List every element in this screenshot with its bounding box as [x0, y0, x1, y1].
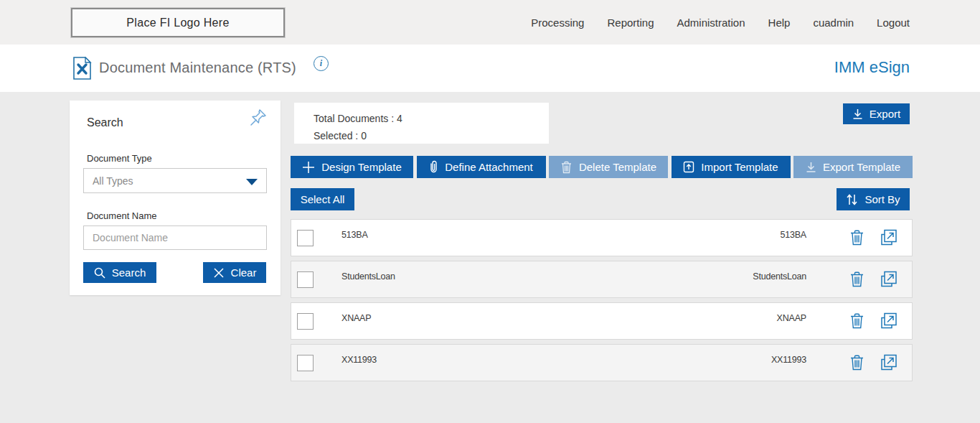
table-row: StudentsLoan StudentsLoan	[291, 261, 913, 298]
document-list: 513BA 513BA StudentsLoan	[291, 219, 913, 386]
delete-row-icon[interactable]	[849, 355, 864, 371]
external-link-icon	[880, 354, 897, 372]
trash-icon	[849, 355, 864, 371]
selected-count-text: Selected : 0	[314, 127, 549, 144]
document-name-label: Document Name	[87, 210, 157, 221]
trash-icon	[849, 313, 864, 330]
content-area: Search Document Type All Types Document …	[0, 92, 980, 423]
brand-logo: IMM eSign	[834, 58, 910, 77]
nav-help[interactable]: Help	[768, 17, 791, 29]
open-template-icon[interactable]	[880, 312, 897, 330]
define-attachment-button[interactable]: Define Attachment	[417, 156, 546, 178]
download-icon	[852, 108, 863, 120]
close-icon	[213, 267, 225, 279]
open-template-icon[interactable]	[880, 271, 897, 289]
external-link-icon	[880, 312, 897, 330]
info-icon[interactable]: i	[314, 56, 329, 71]
export-button[interactable]: Export	[843, 103, 910, 124]
delete-row-icon[interactable]	[849, 271, 864, 288]
search-button[interactable]: Search	[83, 262, 156, 283]
top-bar: Place FI Logo Here Processing Reporting …	[0, 0, 980, 45]
open-template-icon[interactable]	[880, 229, 897, 247]
document-tools-icon	[72, 57, 92, 83]
trash-icon	[849, 271, 864, 288]
external-link-icon	[880, 229, 897, 247]
document-name: XX11993	[341, 355, 377, 365]
search-panel: Search Document Type All Types Document …	[70, 101, 281, 295]
delete-row-icon[interactable]	[849, 230, 864, 246]
total-documents-text: Total Documents : 4	[314, 110, 549, 127]
import-template-button[interactable]: Import Template	[672, 156, 791, 178]
document-template-name: StudentsLoan	[753, 271, 806, 282]
search-icon	[94, 267, 105, 279]
page-header: Document Maintenance (RTS) i IMM eSign	[0, 45, 980, 92]
search-panel-title: Search	[87, 116, 123, 129]
fi-logo-placeholder: Place FI Logo Here	[71, 8, 285, 37]
external-link-icon	[880, 271, 897, 289]
file-upload-icon	[683, 161, 694, 173]
template-toolbar: Design Template Define Attachment Delete…	[291, 156, 913, 178]
table-row: XX11993 XX11993	[291, 344, 913, 381]
table-row: 513BA 513BA	[291, 219, 913, 256]
design-template-button[interactable]: Design Template	[291, 156, 413, 178]
trash-icon	[560, 161, 573, 174]
document-template-name: XNAAP	[777, 313, 806, 323]
document-name: XNAAP	[341, 313, 371, 323]
nav-administration[interactable]: Administration	[677, 17, 745, 29]
document-type-label: Document Type	[87, 153, 152, 164]
export-template-button[interactable]: Export Template	[793, 156, 913, 178]
download-icon	[806, 162, 816, 173]
table-row: XNAAP XNAAP	[291, 302, 913, 340]
paperclip-icon	[429, 160, 438, 174]
delete-template-button[interactable]: Delete Template	[549, 156, 668, 178]
main-nav: Processing Reporting Administration Help…	[531, 0, 910, 45]
clear-button[interactable]: Clear	[203, 262, 266, 283]
nav-user-cuadmin[interactable]: cuadmin	[813, 17, 854, 29]
sort-arrows-icon	[846, 193, 858, 206]
document-type-select[interactable]: All Types	[83, 168, 267, 193]
row-checkbox[interactable]	[297, 271, 314, 288]
document-template-name: 513BA	[780, 230, 806, 240]
open-template-icon[interactable]	[880, 354, 897, 372]
summary-box: Total Documents : 4 Selected : 0	[294, 103, 549, 144]
row-checkbox[interactable]	[297, 230, 314, 246]
trash-icon	[849, 230, 864, 246]
nav-logout[interactable]: Logout	[877, 17, 910, 29]
document-name: 513BA	[341, 230, 368, 240]
document-name-input[interactable]	[83, 226, 267, 250]
nav-reporting[interactable]: Reporting	[607, 17, 654, 29]
page-title: Document Maintenance (RTS)	[99, 60, 296, 76]
document-template-name: XX11993	[771, 355, 806, 365]
document-maintenance-page: Place FI Logo Here Processing Reporting …	[0, 0, 980, 423]
nav-processing[interactable]: Processing	[531, 17, 584, 29]
delete-row-icon[interactable]	[849, 313, 864, 330]
row-checkbox[interactable]	[297, 313, 314, 330]
plus-icon	[302, 161, 315, 174]
select-all-button[interactable]: Select All	[291, 188, 354, 210]
document-type-value: All Types	[93, 175, 133, 187]
document-name: StudentsLoan	[341, 271, 395, 282]
chevron-down-icon	[246, 179, 258, 185]
pin-icon[interactable]	[249, 108, 268, 129]
row-checkbox[interactable]	[297, 355, 314, 371]
sort-by-button[interactable]: Sort By	[837, 188, 910, 210]
